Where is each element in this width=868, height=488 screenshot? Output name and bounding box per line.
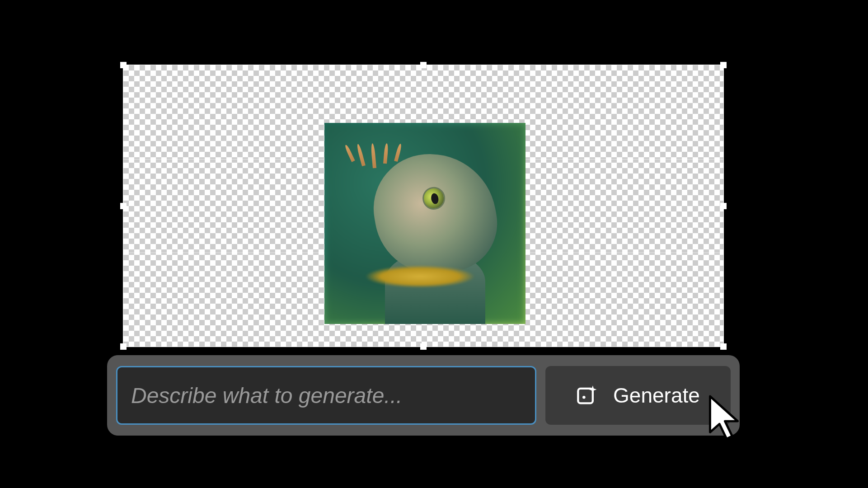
svg-rect-0 <box>578 389 593 404</box>
crop-handle-top-left[interactable] <box>120 62 127 68</box>
crop-handle-top-right[interactable] <box>720 62 727 68</box>
crop-handle-middle-right[interactable] <box>720 203 727 209</box>
crop-handle-bottom-middle[interactable] <box>420 343 427 350</box>
crop-handle-middle-left[interactable] <box>120 203 127 209</box>
generative-fill-sparkle-icon <box>576 384 600 407</box>
lizard-illustration <box>324 123 525 324</box>
svg-point-1 <box>582 396 586 399</box>
canvas-image-content[interactable] <box>324 123 525 324</box>
crop-handle-bottom-left[interactable] <box>120 343 127 350</box>
generate-button-label: Generate <box>613 383 700 408</box>
crop-handle-bottom-right[interactable] <box>720 343 727 350</box>
crop-handle-top-middle[interactable] <box>420 62 427 68</box>
canvas-crop-area[interactable] <box>123 65 724 347</box>
generate-button[interactable]: Generate <box>545 366 731 425</box>
prompt-input[interactable] <box>116 366 536 425</box>
generative-fill-taskbar: Generate <box>107 355 740 436</box>
